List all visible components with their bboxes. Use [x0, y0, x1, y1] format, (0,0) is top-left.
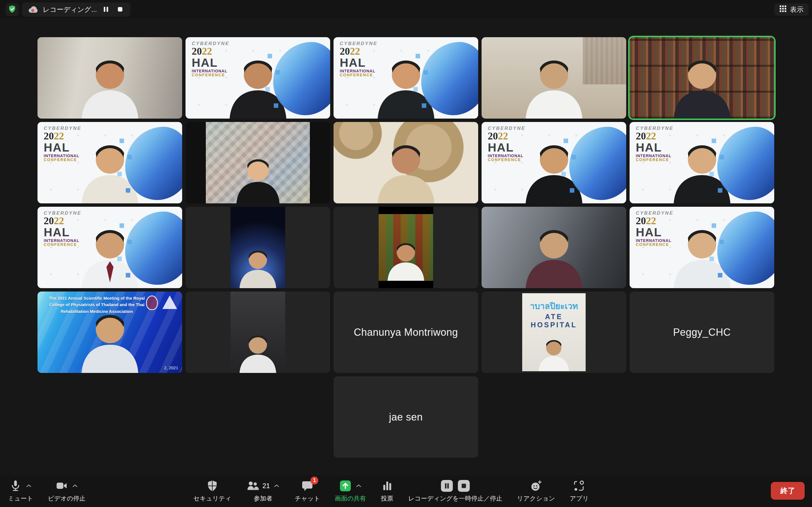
participant-name-tile[interactable]: Chanunya Montriwong — [334, 291, 478, 373]
share-screen-button[interactable]: 画面の共有 — [331, 477, 370, 504]
recording-icon-row — [441, 479, 470, 493]
recording-pause-button[interactable] — [101, 5, 111, 14]
chevron-up-icon[interactable] — [273, 483, 280, 489]
recording-stop-button[interactable] — [115, 5, 125, 14]
participant-video-tile[interactable]: CYBERDYNE2022HALINTERNATIONALCONFERENCE — [481, 122, 626, 203]
hospital-sign-text: าบาลปิยะเวทATE HOSPITAL — [522, 299, 586, 329]
participant-video-tile[interactable]: าบาลปิยะเวทATE HOSPITAL — [481, 291, 626, 373]
hal-year: 2022 — [340, 46, 377, 57]
polls-label: 投票 — [381, 494, 393, 503]
digital-face-graphic — [273, 42, 330, 115]
hal-subtitle-1: INTERNATIONAL — [192, 69, 230, 73]
video-camera-icon — [55, 480, 68, 492]
mute-button[interactable]: ミュート — [4, 477, 37, 504]
reactions-smiley-icon — [529, 480, 543, 492]
digital-face-graphic — [717, 127, 774, 200]
end-meeting-button[interactable]: 終了 — [771, 482, 805, 500]
hal-year: 2022 — [44, 131, 82, 142]
stop-video-button[interactable]: ビデオの停止 — [44, 477, 90, 504]
top-bar: レコーディング... 表示 — [0, 0, 812, 18]
video-feed — [629, 37, 774, 119]
stop-video-label: ビデオの停止 — [48, 494, 86, 503]
security-button[interactable]: セキュリティ — [190, 477, 236, 504]
apps-label: アプリ — [570, 494, 589, 503]
digital-face-graphic — [125, 212, 182, 285]
participants-icon-row: 21 — [246, 479, 280, 493]
video-feed — [231, 207, 285, 288]
apps-icon — [573, 480, 586, 492]
participant-video-tile[interactable] — [629, 37, 774, 119]
slide-corner-text: 2, 2021 — [164, 365, 178, 370]
hal-subtitle-1: INTERNATIONAL — [44, 238, 82, 243]
recording-label: レコーディング... — [43, 5, 97, 14]
reactions-button[interactable]: リアクション — [513, 477, 559, 504]
participant-video-tile[interactable]: The 2021 Annual Scientific Meeting of th… — [38, 291, 182, 373]
participant-name: Peggy_CHC — [673, 327, 731, 338]
participant-video-tile[interactable] — [186, 207, 330, 288]
recording-button[interactable]: レコーディングを一時停止／停止 — [404, 477, 506, 504]
hal-year: 2022 — [488, 131, 525, 142]
hal-year: 2022 — [636, 216, 673, 226]
chevron-up-icon[interactable] — [355, 483, 362, 489]
meeting-security-shield-button[interactable] — [6, 3, 18, 16]
participant-name-tile[interactable]: jae sen — [334, 376, 478, 458]
participant-video-tile[interactable] — [481, 37, 626, 119]
participant-video-tile[interactable]: CYBERDYNE2022HALINTERNATIONALCONFERENCE — [629, 207, 774, 288]
polls-button[interactable]: 投票 — [377, 477, 398, 504]
participant-name-tile[interactable]: Peggy_CHC — [629, 291, 774, 373]
hal-subtitle-2: CONFERENCE — [44, 242, 82, 247]
security-shield-icon — [206, 480, 219, 492]
chevron-up-icon[interactable] — [26, 483, 32, 489]
hal-subtitle-1: INTERNATIONAL — [636, 154, 673, 158]
video-feed: CYBERDYNE2022HALINTERNATIONALCONFERENCE — [334, 37, 478, 119]
digital-face-graphic — [421, 42, 478, 115]
person-silhouette — [65, 308, 154, 373]
hal-title: HAL — [340, 57, 377, 69]
participant-video-tile[interactable]: CYBERDYNE2022HALINTERNATIONALCONFERENCE — [38, 122, 182, 203]
view-button[interactable]: 表示 — [774, 3, 809, 16]
participant-video-tile[interactable] — [334, 207, 478, 288]
participant-video-tile[interactable] — [186, 291, 330, 373]
chat-button[interactable]: 1チャット — [291, 477, 324, 504]
person-silhouette — [231, 230, 285, 288]
meeting-toolbar: ミュートビデオの停止セキュリティ21参加者1チャット画面の共有投票レコーディング… — [0, 475, 812, 507]
participants-label: 参加者 — [254, 494, 272, 503]
chevron-up-icon[interactable] — [71, 483, 79, 489]
participant-video-tile[interactable]: CYBERDYNE2022HALINTERNATIONALCONFERENCE — [38, 207, 182, 288]
hal-subtitle-2: CONFERENCE — [340, 73, 377, 77]
participants-button[interactable]: 21参加者 — [242, 477, 284, 504]
hal-title: HAL — [192, 57, 230, 69]
hospital-thai-text: าบาลปิยะเวท — [522, 299, 586, 313]
participant-video-tile[interactable]: CYBERDYNE2022HALINTERNATIONALCONFERENCE — [334, 37, 478, 119]
share-screen-label: 画面の共有 — [335, 494, 366, 503]
video-feed: CYBERDYNE2022HALINTERNATIONALCONFERENCE — [629, 122, 774, 203]
video-feed: CYBERDYNE2022HALINTERNATIONALCONFERENCE — [481, 122, 626, 203]
person-silhouette — [509, 223, 599, 288]
apps-button[interactable]: アプリ — [566, 477, 593, 504]
hal-subtitle-1: INTERNATIONAL — [340, 69, 377, 73]
chat-icon-row: 1 — [301, 479, 314, 493]
crest-logo — [146, 295, 158, 310]
hal-conference-logo: CYBERDYNE2022HALINTERNATIONALCONFERENCE — [44, 211, 82, 247]
slide-logos — [146, 295, 177, 310]
hal-year: 2022 — [44, 216, 82, 226]
view-label: 表示 — [790, 5, 804, 14]
participant-video-tile[interactable]: CYBERDYNE2022HALINTERNATIONALCONFERENCE — [629, 122, 774, 203]
participant-video-tile[interactable] — [481, 207, 626, 288]
participant-video-tile[interactable]: CYBERDYNE2022HALINTERNATIONALCONFERENCE — [186, 37, 330, 119]
video-feed — [38, 37, 182, 119]
person-silhouette — [231, 314, 285, 373]
recording-label: レコーディングを一時停止／停止 — [408, 494, 502, 503]
participant-video-tile[interactable] — [38, 37, 182, 119]
stop-video-icon-row — [55, 479, 79, 493]
hal-conference-logo: CYBERDYNE2022HALINTERNATIONALCONFERENCE — [44, 126, 82, 162]
participant-video-tile[interactable] — [334, 122, 478, 203]
hal-title: HAL — [636, 226, 673, 238]
security-icon-row — [206, 479, 219, 493]
video-feed — [206, 122, 310, 203]
digital-face-graphic — [125, 127, 182, 200]
video-feed: าบาลปิยะเวทATE HOSPITAL — [522, 293, 586, 371]
participant-video-tile[interactable] — [186, 122, 330, 203]
video-feed — [231, 291, 285, 373]
video-grid: CYBERDYNE2022HALINTERNATIONALCONFERENCE … — [0, 0, 812, 507]
